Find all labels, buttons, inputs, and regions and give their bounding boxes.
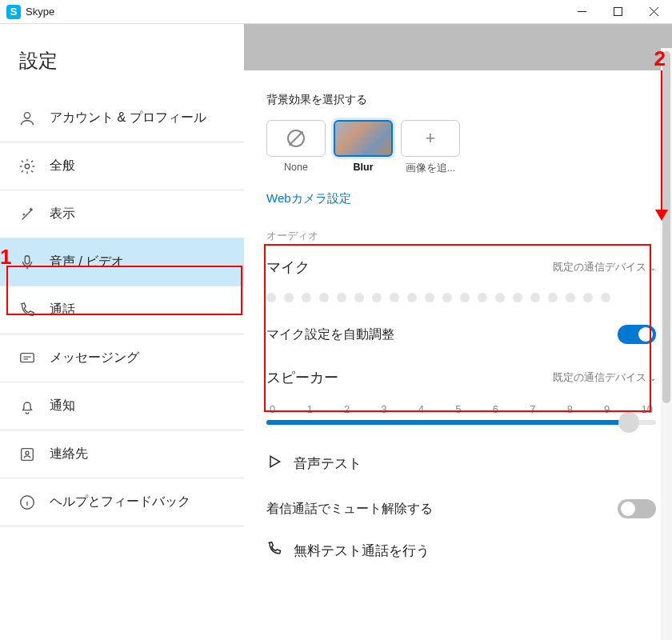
sidebar-item-label: メッセージング — [50, 350, 139, 366]
mic-device-value: 既定の通信デバイス — [553, 260, 646, 274]
sidebar-item-general[interactable]: 全般 — [0, 142, 244, 190]
svg-point-9 — [26, 451, 29, 454]
speaker-row: スピーカー 既定の通信デバイス ⌄ — [266, 368, 656, 387]
scrollbar-thumb[interactable] — [662, 51, 670, 403]
bg-effect-options: None Blur + 画像を追... — [266, 120, 656, 175]
chevron-down-icon: ⌄ — [650, 263, 656, 272]
speaker-volume-slider[interactable]: 012345678910 — [266, 403, 656, 425]
annotation-2-arrow — [661, 70, 663, 219]
sidebar-item-notifications[interactable]: 通知 — [0, 382, 244, 430]
svg-rect-1 — [614, 8, 622, 16]
app-title: Skype — [26, 6, 54, 18]
phone-icon — [266, 541, 282, 561]
slider-track — [266, 420, 656, 425]
close-button[interactable] — [636, 0, 672, 24]
titlebar: S Skype — [0, 0, 672, 24]
free-test-call-row[interactable]: 無料テスト通話を行う — [266, 541, 656, 561]
sidebar-item-help[interactable]: ヘルプとフィードバック — [0, 478, 244, 526]
sidebar-item-label: 表示 — [50, 206, 75, 222]
auto-adjust-row: マイク設定を自動調整 — [266, 325, 656, 344]
mic-vu-meter — [266, 293, 656, 302]
sidebar-item-label: 通知 — [50, 398, 75, 414]
sidebar-item-contacts[interactable]: 連絡先 — [0, 430, 244, 478]
sidebar-item-label: 通話 — [50, 302, 75, 318]
skype-logo: S — [6, 5, 21, 19]
mic-device-select[interactable]: 既定の通信デバイス ⌄ — [553, 260, 656, 274]
gear-icon — [18, 157, 37, 176]
none-icon — [287, 130, 305, 147]
bg-option-none[interactable]: None — [266, 120, 326, 175]
info-icon — [18, 493, 37, 512]
bg-caption: Blur — [354, 162, 374, 173]
sidebar-item-label: 全般 — [50, 158, 75, 174]
unmute-incoming-toggle[interactable] — [618, 499, 656, 518]
unmute-incoming-row: 着信通話でミュート解除する — [266, 499, 656, 518]
user-icon — [18, 109, 37, 128]
contacts-icon — [18, 445, 37, 464]
settings-title: 設定 — [0, 24, 244, 94]
webcam-settings-link[interactable]: Webカメラ設定 — [266, 191, 351, 206]
mic-icon — [18, 253, 37, 272]
settings-sidebar: 設定 アカウント & プロフィール 全般 表示 音声 / ビデオ 通話 メッセー… — [0, 24, 244, 640]
free-test-call-label: 無料テスト通話を行う — [294, 542, 430, 560]
sidebar-item-appearance[interactable]: 表示 — [0, 190, 244, 238]
audio-heading: オーディオ — [266, 229, 656, 243]
annotation-1-label: 1 — [0, 245, 11, 270]
mic-row: マイク 既定の通信デバイス ⌄ — [266, 258, 656, 277]
unmute-incoming-label: 着信通話でミュート解除する — [266, 501, 433, 518]
maximize-button[interactable] — [600, 0, 636, 24]
svg-point-4 — [24, 112, 30, 118]
bg-option-add-image[interactable]: + 画像を追... — [401, 120, 460, 175]
sidebar-item-label: 連絡先 — [50, 446, 88, 462]
camera-preview — [244, 24, 672, 70]
svg-rect-7 — [21, 353, 34, 362]
auto-adjust-toggle[interactable] — [618, 325, 656, 344]
speaker-device-value: 既定の通信デバイス — [553, 370, 646, 385]
bg-caption: None — [284, 162, 308, 173]
sidebar-item-account[interactable]: アカウント & プロフィール — [0, 94, 244, 142]
settings-main: 背景効果を選択する None Blur + 画像を追... Webカメラ設定 オ… — [244, 24, 672, 640]
sidebar-item-label: ヘルプとフィードバック — [50, 494, 190, 510]
bg-caption: 画像を追... — [406, 162, 455, 175]
minimize-button[interactable] — [564, 0, 600, 24]
mic-label: マイク — [266, 258, 310, 277]
svg-marker-13 — [270, 456, 280, 466]
annotation-2-label: 2 — [654, 46, 666, 71]
wand-icon — [18, 205, 37, 224]
speaker-label: スピーカー — [266, 368, 338, 387]
play-icon — [266, 454, 282, 474]
phone-icon — [18, 301, 37, 320]
audio-test-label: 音声テスト — [294, 454, 362, 473]
chevron-down-icon: ⌄ — [650, 374, 656, 382]
slider-thumb[interactable] — [618, 412, 639, 433]
bg-option-blur[interactable]: Blur — [334, 120, 393, 175]
audio-test-button[interactable]: 音声テスト — [266, 454, 656, 474]
titlebar-left: S Skype — [6, 5, 54, 19]
auto-adjust-label: マイク設定を自動調整 — [266, 326, 394, 343]
slider-ticks: 012345678910 — [266, 403, 656, 420]
bg-effect-label: 背景効果を選択する — [266, 93, 656, 107]
sidebar-item-label: アカウント & プロフィール — [50, 110, 206, 126]
window-controls — [564, 0, 672, 24]
slider-fill — [266, 420, 629, 425]
sidebar-item-audio-video[interactable]: 音声 / ビデオ — [0, 238, 244, 286]
sidebar-item-label: 音声 / ビデオ — [50, 254, 124, 270]
sidebar-item-calling[interactable]: 通話 — [0, 286, 244, 334]
plus-icon: + — [426, 128, 436, 149]
svg-point-5 — [25, 164, 30, 169]
chat-icon — [18, 349, 37, 368]
sidebar-item-messaging[interactable]: メッセージング — [0, 334, 244, 382]
speaker-device-select[interactable]: 既定の通信デバイス ⌄ — [553, 370, 656, 385]
bell-icon — [18, 397, 37, 416]
svg-rect-6 — [25, 255, 30, 263]
